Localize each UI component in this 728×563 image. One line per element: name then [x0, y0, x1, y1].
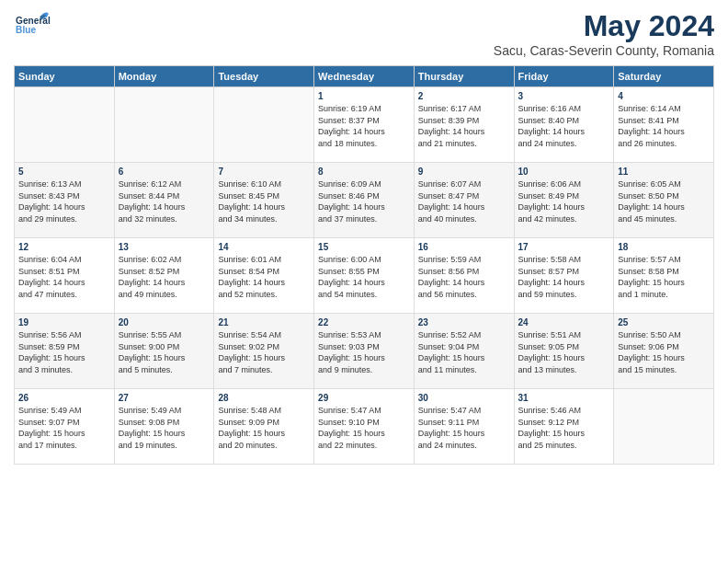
calendar-cell: 26Sunrise: 5:49 AM Sunset: 9:07 PM Dayli…	[15, 389, 115, 465]
day-number: 22	[318, 317, 410, 327]
calendar-cell	[614, 389, 714, 465]
day-info: Sunrise: 6:14 AM Sunset: 8:41 PM Dayligh…	[618, 103, 710, 149]
day-info: Sunrise: 6:04 AM Sunset: 8:51 PM Dayligh…	[18, 254, 110, 300]
day-number: 8	[318, 167, 410, 177]
day-number: 6	[119, 167, 210, 177]
calendar-cell: 25Sunrise: 5:50 AM Sunset: 9:06 PM Dayli…	[614, 314, 714, 389]
day-number: 13	[119, 242, 210, 252]
day-number: 18	[618, 242, 710, 252]
svg-text:Blue: Blue	[16, 25, 36, 35]
calendar-cell: 6Sunrise: 6:12 AM Sunset: 8:44 PM Daylig…	[114, 163, 214, 238]
day-info: Sunrise: 5:53 AM Sunset: 9:03 PM Dayligh…	[318, 329, 410, 375]
day-number: 15	[318, 242, 410, 252]
day-info: Sunrise: 6:05 AM Sunset: 8:50 PM Dayligh…	[618, 178, 710, 224]
day-info: Sunrise: 5:46 AM Sunset: 9:12 PM Dayligh…	[518, 405, 610, 451]
day-info: Sunrise: 5:55 AM Sunset: 9:00 PM Dayligh…	[119, 329, 210, 375]
day-info: Sunrise: 6:07 AM Sunset: 8:47 PM Dayligh…	[418, 178, 510, 224]
day-number: 7	[218, 167, 310, 177]
day-info: Sunrise: 5:59 AM Sunset: 8:56 PM Dayligh…	[418, 254, 510, 300]
logo-icon: General Blue	[14, 9, 51, 41]
weekday-header: Saturday	[614, 66, 714, 87]
day-number: 26	[18, 393, 110, 403]
calendar-cell: 7Sunrise: 6:10 AM Sunset: 8:45 PM Daylig…	[214, 163, 314, 238]
calendar-cell: 3Sunrise: 6:16 AM Sunset: 8:40 PM Daylig…	[514, 87, 614, 163]
day-number: 10	[518, 167, 610, 177]
calendar-week-row: 19Sunrise: 5:56 AM Sunset: 8:59 PM Dayli…	[15, 314, 714, 389]
calendar-cell: 11Sunrise: 6:05 AM Sunset: 8:50 PM Dayli…	[614, 163, 714, 238]
calendar-cell: 15Sunrise: 6:00 AM Sunset: 8:55 PM Dayli…	[314, 238, 415, 314]
day-info: Sunrise: 5:58 AM Sunset: 8:57 PM Dayligh…	[518, 254, 610, 300]
day-number: 20	[119, 317, 210, 327]
day-number: 29	[318, 393, 410, 403]
day-number: 19	[18, 317, 110, 327]
calendar-cell: 28Sunrise: 5:48 AM Sunset: 9:09 PM Dayli…	[214, 389, 314, 465]
day-number: 17	[518, 242, 610, 252]
calendar-week-row: 26Sunrise: 5:49 AM Sunset: 9:07 PM Dayli…	[15, 389, 714, 465]
calendar-cell: 30Sunrise: 5:47 AM Sunset: 9:11 PM Dayli…	[414, 389, 514, 465]
day-number: 14	[218, 242, 310, 252]
day-number: 2	[418, 91, 510, 101]
day-number: 24	[518, 317, 610, 327]
day-info: Sunrise: 6:16 AM Sunset: 8:40 PM Dayligh…	[518, 103, 610, 149]
day-info: Sunrise: 6:01 AM Sunset: 8:54 PM Dayligh…	[218, 254, 310, 300]
weekday-header: Tuesday	[214, 66, 314, 87]
day-info: Sunrise: 6:12 AM Sunset: 8:44 PM Dayligh…	[119, 178, 210, 224]
day-info: Sunrise: 6:17 AM Sunset: 8:39 PM Dayligh…	[418, 103, 510, 149]
weekday-header-row: SundayMondayTuesdayWednesdayThursdayFrid…	[15, 66, 714, 87]
calendar-cell: 12Sunrise: 6:04 AM Sunset: 8:51 PM Dayli…	[15, 238, 115, 314]
day-info: Sunrise: 6:02 AM Sunset: 8:52 PM Dayligh…	[119, 254, 210, 300]
calendar-cell: 4Sunrise: 6:14 AM Sunset: 8:41 PM Daylig…	[614, 87, 714, 163]
day-info: Sunrise: 6:10 AM Sunset: 8:45 PM Dayligh…	[218, 178, 310, 224]
calendar-table: SundayMondayTuesdayWednesdayThursdayFrid…	[14, 65, 714, 465]
calendar-cell	[214, 87, 314, 163]
calendar-cell: 9Sunrise: 6:07 AM Sunset: 8:47 PM Daylig…	[414, 163, 514, 238]
calendar-cell: 22Sunrise: 5:53 AM Sunset: 9:03 PM Dayli…	[314, 314, 415, 389]
day-info: Sunrise: 5:49 AM Sunset: 9:08 PM Dayligh…	[119, 405, 210, 451]
day-number: 1	[318, 91, 410, 101]
day-info: Sunrise: 5:52 AM Sunset: 9:04 PM Dayligh…	[418, 329, 510, 375]
day-number: 9	[418, 167, 510, 177]
calendar-cell: 21Sunrise: 5:54 AM Sunset: 9:02 PM Dayli…	[214, 314, 314, 389]
calendar-cell: 24Sunrise: 5:51 AM Sunset: 9:05 PM Dayli…	[514, 314, 614, 389]
calendar-week-row: 12Sunrise: 6:04 AM Sunset: 8:51 PM Dayli…	[15, 238, 714, 314]
calendar-cell: 13Sunrise: 6:02 AM Sunset: 8:52 PM Dayli…	[114, 238, 214, 314]
calendar-cell: 1Sunrise: 6:19 AM Sunset: 8:37 PM Daylig…	[314, 87, 415, 163]
day-info: Sunrise: 6:00 AM Sunset: 8:55 PM Dayligh…	[318, 254, 410, 300]
day-info: Sunrise: 5:51 AM Sunset: 9:05 PM Dayligh…	[518, 329, 610, 375]
day-number: 4	[618, 91, 710, 101]
day-info: Sunrise: 6:19 AM Sunset: 8:37 PM Dayligh…	[318, 103, 410, 149]
day-number: 28	[218, 393, 310, 403]
day-info: Sunrise: 5:49 AM Sunset: 9:07 PM Dayligh…	[18, 405, 110, 451]
day-number: 31	[518, 393, 610, 403]
calendar-cell	[15, 87, 115, 163]
weekday-header: Sunday	[15, 66, 115, 87]
day-number: 30	[418, 393, 510, 403]
weekday-header: Wednesday	[314, 66, 415, 87]
calendar-cell: 17Sunrise: 5:58 AM Sunset: 8:57 PM Dayli…	[514, 238, 614, 314]
day-info: Sunrise: 6:09 AM Sunset: 8:46 PM Dayligh…	[318, 178, 410, 224]
calendar-week-row: 1Sunrise: 6:19 AM Sunset: 8:37 PM Daylig…	[15, 87, 714, 163]
calendar-cell: 2Sunrise: 6:17 AM Sunset: 8:39 PM Daylig…	[414, 87, 514, 163]
logo: General Blue	[14, 9, 51, 41]
title-block: May 2024 Sacu, Caras-Severin County, Rom…	[494, 9, 714, 58]
page-header: General Blue May 2024 Sacu, Caras-Severi…	[14, 9, 714, 58]
day-info: Sunrise: 6:13 AM Sunset: 8:43 PM Dayligh…	[18, 178, 110, 224]
weekday-header: Monday	[114, 66, 214, 87]
day-info: Sunrise: 6:06 AM Sunset: 8:49 PM Dayligh…	[518, 178, 610, 224]
calendar-cell: 8Sunrise: 6:09 AM Sunset: 8:46 PM Daylig…	[314, 163, 415, 238]
calendar-cell: 19Sunrise: 5:56 AM Sunset: 8:59 PM Dayli…	[15, 314, 115, 389]
calendar-cell: 20Sunrise: 5:55 AM Sunset: 9:00 PM Dayli…	[114, 314, 214, 389]
day-number: 5	[18, 167, 110, 177]
calendar-subtitle: Sacu, Caras-Severin County, Romania	[494, 43, 714, 58]
day-info: Sunrise: 5:48 AM Sunset: 9:09 PM Dayligh…	[218, 405, 310, 451]
day-info: Sunrise: 5:54 AM Sunset: 9:02 PM Dayligh…	[218, 329, 310, 375]
weekday-header: Friday	[514, 66, 614, 87]
calendar-cell: 18Sunrise: 5:57 AM Sunset: 8:58 PM Dayli…	[614, 238, 714, 314]
calendar-cell: 27Sunrise: 5:49 AM Sunset: 9:08 PM Dayli…	[114, 389, 214, 465]
day-number: 12	[18, 242, 110, 252]
calendar-cell	[114, 87, 214, 163]
calendar-cell: 23Sunrise: 5:52 AM Sunset: 9:04 PM Dayli…	[414, 314, 514, 389]
calendar-title: May 2024	[494, 9, 714, 43]
day-number: 21	[218, 317, 310, 327]
day-info: Sunrise: 5:57 AM Sunset: 8:58 PM Dayligh…	[618, 254, 710, 300]
